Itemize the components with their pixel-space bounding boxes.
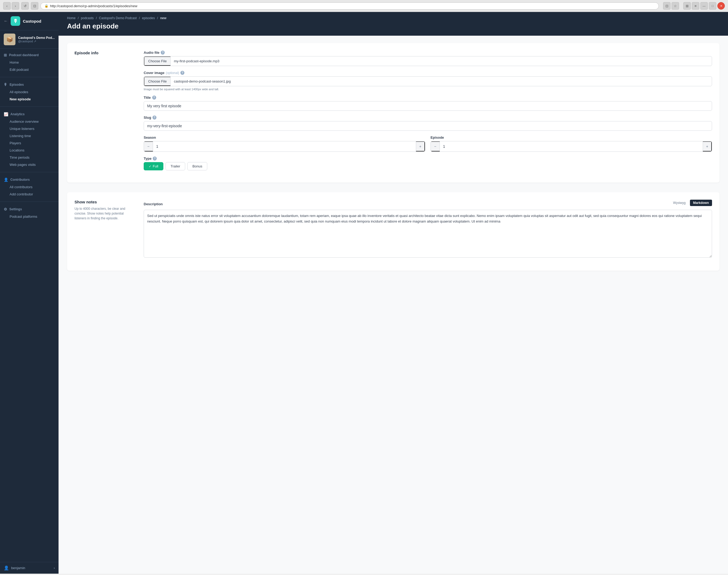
divider-3	[0, 172, 59, 172]
type-button-trailer[interactable]: Trailer	[166, 162, 185, 170]
sidebar-header: ← 🎙 Castopod	[0, 12, 59, 30]
cover-image-group: Cover image (optional) ? Choose File cas…	[144, 71, 712, 91]
episode-number-label: Episode	[431, 135, 712, 139]
sidebar-section-episodes-label: Episodes	[9, 83, 24, 87]
sidebar-item-add-contributor[interactable]: Add contributor	[0, 191, 59, 198]
audio-file-input[interactable]: Choose File my-first-podcast-episode.mp3	[144, 56, 712, 66]
breadcrumb-podcasts[interactable]: podcasts	[81, 16, 94, 20]
breadcrumb-sep-3: /	[139, 16, 140, 20]
extensions-button[interactable]: ⊞	[683, 2, 691, 9]
sidebar-item-audience-overview[interactable]: Audience overview	[0, 118, 59, 125]
episode-info-section: Episode info Audio file ? Choose File my…	[67, 43, 720, 182]
sidebar-section-settings-header: ⚙ Settings	[0, 205, 59, 213]
sidebar: ← 🎙 Castopod 📦 Castopod's Demo Pod... @c…	[0, 12, 59, 574]
type-help-icon[interactable]: ?	[153, 157, 157, 161]
cover-image-label: Cover image (optional) ?	[144, 71, 712, 75]
show-notes-desc: Up to 4000 characters, be clear and conc…	[74, 206, 133, 221]
sidebar-section-settings: ⚙ Settings Podcast platforms	[0, 203, 59, 223]
breadcrumb-sep-2: /	[96, 16, 97, 20]
breadcrumb-podcast-name[interactable]: Castopod's Demo Podcast	[99, 16, 137, 20]
user-menu-arrow[interactable]: ›	[54, 566, 55, 570]
audio-file-name: my-first-podcast-episode.mp3	[171, 57, 712, 65]
episode-decrement-button[interactable]: −	[431, 141, 440, 151]
sidebar-item-all-contributors[interactable]: All contributors	[0, 183, 59, 191]
season-input[interactable]	[153, 142, 416, 151]
slug-group: Slug ?	[144, 115, 712, 131]
tab-wysiwyg[interactable]: Wysiwyg	[670, 200, 689, 206]
user-icon: 👤	[4, 566, 9, 571]
podcast-text: Castopod's Demo Pod... @castopod ↗	[18, 36, 55, 43]
type-buttons: ✓ Full Trailer Bonus	[144, 162, 712, 170]
title-help-icon[interactable]: ?	[152, 96, 156, 100]
type-button-bonus[interactable]: Bonus	[187, 162, 207, 170]
sidebar-item-edit-podcast[interactable]: Edit podcast	[0, 66, 59, 73]
back-button[interactable]: ‹	[3, 2, 11, 9]
sidebar-section-analytics-header: 📈 Analytics	[0, 110, 59, 118]
sidebar-item-all-episodes[interactable]: All episodes	[0, 89, 59, 96]
reload-button[interactable]: ↺	[21, 2, 29, 9]
description-label: Description	[144, 202, 163, 206]
breadcrumb-sep-4: /	[157, 16, 158, 20]
reader-button[interactable]: ⊡	[663, 2, 670, 9]
minimize-button[interactable]: —	[700, 2, 708, 9]
sidebar-item-players[interactable]: Players	[0, 139, 59, 147]
sidebar-item-time-periods[interactable]: Time periods	[0, 154, 59, 161]
sidebar-section-episodes: 🎙 Episodes All episodes New episode	[0, 78, 59, 105]
cover-image-input[interactable]: Choose File castopod-demo-podcast-season…	[144, 76, 712, 86]
slug-help-icon[interactable]: ?	[152, 115, 156, 120]
app-container: ← 🎙 Castopod 📦 Castopod's Demo Pod... @c…	[0, 12, 728, 574]
season-increment-button[interactable]: +	[416, 141, 425, 151]
sidebar-item-web-pages-visits[interactable]: Web pages visits	[0, 161, 59, 168]
title-input[interactable]	[144, 101, 712, 111]
sidebar-item-unique-listeners[interactable]: Unique listeners	[0, 125, 59, 132]
show-notes-section: Show notes Up to 4000 characters, be cle…	[67, 192, 720, 271]
sidebar-back-button[interactable]: ←	[4, 19, 8, 24]
tab-markdown[interactable]: Markdown	[690, 200, 712, 206]
breadcrumb-home[interactable]: Home	[67, 16, 76, 20]
close-button[interactable]: ✕	[717, 2, 725, 9]
slug-input[interactable]	[144, 121, 712, 131]
external-link-icon: ↗	[34, 40, 36, 43]
description-textarea[interactable]: Sed ut perspiciatis unde omnis iste natu…	[144, 210, 712, 258]
page-header: Home / podcasts / Castopod's Demo Podcas…	[59, 12, 728, 36]
dashboard-icon: ⊞	[4, 53, 7, 57]
type-button-full[interactable]: ✓ Full	[144, 162, 163, 170]
sidebar-section-contributors: 👤 Contributors All contributors Add cont…	[0, 173, 59, 200]
cover-image-file-name: castopod-demo-podcast-season1.jpg	[171, 77, 712, 86]
lock-icon: 🔒	[44, 4, 48, 8]
sidebar-section-contributors-label: Contributors	[10, 178, 30, 181]
breadcrumb-episodes[interactable]: episodes	[142, 16, 155, 20]
sidebar-section-analytics: 📈 Analytics Audience overview Unique lis…	[0, 108, 59, 171]
app-name: Castopod	[23, 19, 41, 24]
podcast-info[interactable]: 📦 Castopod's Demo Pod... @castopod ↗	[0, 30, 59, 49]
slug-label: Slug ?	[144, 115, 712, 120]
sidebar-item-listening-time[interactable]: Listening time	[0, 132, 59, 139]
star-button[interactable]: ☆	[671, 2, 679, 9]
type-full-label: Full	[153, 164, 158, 168]
sidebar-item-new-episode[interactable]: New episode	[0, 96, 59, 103]
cover-image-help-icon[interactable]: ?	[180, 71, 184, 75]
cover-image-choose-button[interactable]: Choose File	[144, 77, 171, 86]
analytics-icon: 📈	[4, 112, 8, 116]
sidebar-item-podcast-platforms[interactable]: Podcast platforms	[0, 213, 59, 220]
sidebar-user[interactable]: 👤 benjamin	[4, 566, 25, 571]
audio-file-label: Audio file ?	[144, 50, 712, 55]
menu-button[interactable]: ≡	[692, 2, 699, 9]
season-episode-row: Season − + Episode −	[144, 135, 712, 157]
show-notes-title: Show notes	[74, 200, 133, 204]
season-decrement-button[interactable]: −	[144, 141, 153, 151]
address-bar[interactable]: 🔒 http://castopod.demo/cp-admin/podcasts…	[40, 2, 659, 9]
sidebar-item-home[interactable]: Home	[0, 59, 59, 66]
audio-file-help-icon[interactable]: ?	[161, 50, 165, 55]
title-group: Title ?	[144, 96, 712, 111]
show-notes-info: Show notes Up to 4000 characters, be cle…	[74, 200, 133, 263]
episode-input[interactable]	[440, 142, 703, 151]
season-input-wrapper: − +	[144, 141, 425, 152]
maximize-button[interactable]: □	[709, 2, 716, 9]
bookmark-button[interactable]: ⊡	[31, 2, 38, 9]
audio-file-choose-button[interactable]: Choose File	[144, 57, 171, 66]
forward-button[interactable]: ›	[12, 2, 19, 9]
sidebar-item-locations[interactable]: Locations	[0, 147, 59, 154]
episode-increment-button[interactable]: +	[703, 141, 712, 151]
breadcrumb-current: new	[160, 16, 166, 20]
